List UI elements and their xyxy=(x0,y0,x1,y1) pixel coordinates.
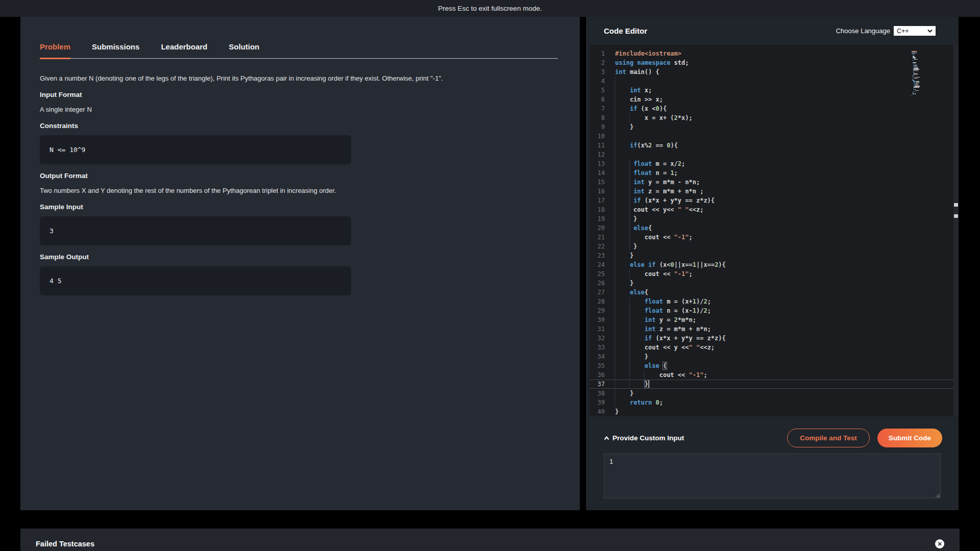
code-line: 29 float n = (x-1)/2; xyxy=(590,306,953,315)
problem-statement: Given a number N (denoting one of the le… xyxy=(40,74,560,83)
tab-leaderboard[interactable]: Leaderboard xyxy=(161,42,207,58)
text-cursor xyxy=(648,380,649,388)
section-heading: Output Format xyxy=(40,171,560,181)
submit-code-button[interactable]: Submit Code xyxy=(877,429,942,447)
code-line: 25 cout << "-1"; xyxy=(590,269,953,279)
editor-scrollbar[interactable] xyxy=(953,45,959,416)
fullscreen-notice-bar: Press Esc to exit fullscreen mode. xyxy=(0,0,980,17)
section-heading: Sample Input xyxy=(40,203,560,212)
custom-input-toggle[interactable]: Provide Custom Input xyxy=(604,434,684,442)
code-line: 15 int y = m*m - n*n; xyxy=(590,178,953,187)
code-line: 11 if(x%2 == 0){ xyxy=(590,141,953,150)
code-line: 8 x = x+ (2*x); xyxy=(590,113,953,122)
problem-tabs: ProblemSubmissionsLeaderboardSolution xyxy=(40,42,558,59)
code-line: 40} xyxy=(590,407,953,416)
compile-and-test-button[interactable]: Compile and Test xyxy=(787,429,870,447)
code-lines: 1#include<iostream>2using namespace std;… xyxy=(590,49,953,416)
code-line: 13 float m = x/2; xyxy=(590,159,953,168)
code-editor[interactable]: 1#include<iostream>2using namespace std;… xyxy=(590,45,953,416)
code-line: 12 xyxy=(590,150,953,159)
code-line: 21 cout << "-1"; xyxy=(590,233,953,242)
failed-testcases-title: Failed Testcases xyxy=(36,540,935,548)
failed-testcases-panel: Failed Testcases × xyxy=(20,529,960,551)
code-line: 19 } xyxy=(590,214,953,223)
section-code-box: 4 5 xyxy=(40,266,351,295)
code-line: 26 } xyxy=(590,279,953,288)
section-code-box: N <= 10^9 xyxy=(40,135,351,164)
custom-input-textarea[interactable]: 1 xyxy=(604,454,941,498)
code-line: 4 xyxy=(590,77,953,86)
tab-submissions[interactable]: Submissions xyxy=(92,42,139,58)
code-line: 22 } xyxy=(590,242,953,251)
problem-content: Given a number N (denoting one of the le… xyxy=(40,74,560,295)
fullscreen-notice-text: Press Esc to exit fullscreen mode. xyxy=(438,5,542,12)
custom-input-container: 1 xyxy=(604,454,941,498)
code-line: 35 else { xyxy=(590,361,953,370)
code-line: 32 if (x*x + y*y == z*z){ xyxy=(590,334,953,343)
code-line: 10 xyxy=(590,132,953,141)
code-line: 30 int y = 2*m*n; xyxy=(590,315,953,324)
code-line: 2using namespace std; xyxy=(590,58,953,67)
compile-button-label: Compile and Test xyxy=(800,434,857,442)
language-select[interactable]: C++ xyxy=(894,26,936,36)
code-line: 16 int z = m*m + n*n ; xyxy=(590,187,953,196)
code-line: 7 if (x <0){ xyxy=(590,104,953,113)
problem-sections: Input FormatA single integer NConstraint… xyxy=(40,90,560,295)
code-line: 6 cin >> x; xyxy=(590,95,953,104)
code-line: 1#include<iostream> xyxy=(590,49,953,58)
section-heading: Sample Output xyxy=(40,253,560,262)
editor-title: Code Editor xyxy=(604,27,647,35)
language-selected-value: C++ xyxy=(897,28,909,35)
scrollbar-marker xyxy=(954,214,958,218)
code-line: 37 } xyxy=(590,380,953,389)
code-line: 39 return 0; xyxy=(590,398,953,407)
language-label: Choose Language xyxy=(836,27,890,35)
submit-button-label: Submit Code xyxy=(889,434,931,442)
problem-panel: ProblemSubmissionsLeaderboardSolution Gi… xyxy=(20,17,580,510)
minimap[interactable] xyxy=(912,51,942,96)
code-line: 3int main() { xyxy=(590,67,953,77)
section-text: A single integer N xyxy=(40,105,560,114)
chevron-down-icon xyxy=(927,29,933,33)
tab-solution[interactable]: Solution xyxy=(229,42,259,58)
editor-header: Code Editor Choose Language C++ xyxy=(586,17,959,45)
scrollbar-marker xyxy=(954,203,958,207)
code-line: 33 cout << y <<" "<<z; xyxy=(590,343,953,352)
code-line: 38 } xyxy=(590,389,953,398)
section-text: Two numbers X and Y denoting the rest of… xyxy=(40,186,560,195)
app-root: Press Esc to exit fullscreen mode. Probl… xyxy=(0,0,980,551)
section-heading: Input Format xyxy=(40,90,560,99)
code-line: 14 float n = 1; xyxy=(590,168,953,178)
section-heading: Constraints xyxy=(40,121,560,131)
code-line: 36 cout << "-1"; xyxy=(590,370,953,380)
code-line: 31 int z = m*m + n*n; xyxy=(590,324,953,334)
code-line: 5 int x; xyxy=(590,86,953,95)
custom-input-row: Provide Custom Input Compile and Test Su… xyxy=(604,429,942,447)
chevron-up-icon xyxy=(604,436,609,440)
close-icon[interactable]: × xyxy=(935,539,944,548)
code-line: 20 else{ xyxy=(590,223,953,233)
code-line: 24 else if (x<0||x==1||x==2){ xyxy=(590,260,953,269)
code-line: 28 float m = (x+1)/2; xyxy=(590,297,953,306)
code-line: 23 } xyxy=(590,251,953,260)
code-line: 9 } xyxy=(590,122,953,132)
code-line: 17 if (x*x + y*y == z*z){ xyxy=(590,196,953,205)
editor-panel: Code Editor Choose Language C++ 1#includ… xyxy=(586,17,959,510)
code-line: 34 } xyxy=(590,352,953,361)
custom-input-toggle-label: Provide Custom Input xyxy=(612,434,684,442)
code-line: 18 cout << y<< " "<<z; xyxy=(590,205,953,214)
section-code-box: 3 xyxy=(40,216,351,245)
code-line: 27 else{ xyxy=(590,288,953,297)
close-icon-glyph: × xyxy=(938,540,942,547)
tab-problem[interactable]: Problem xyxy=(40,42,70,58)
